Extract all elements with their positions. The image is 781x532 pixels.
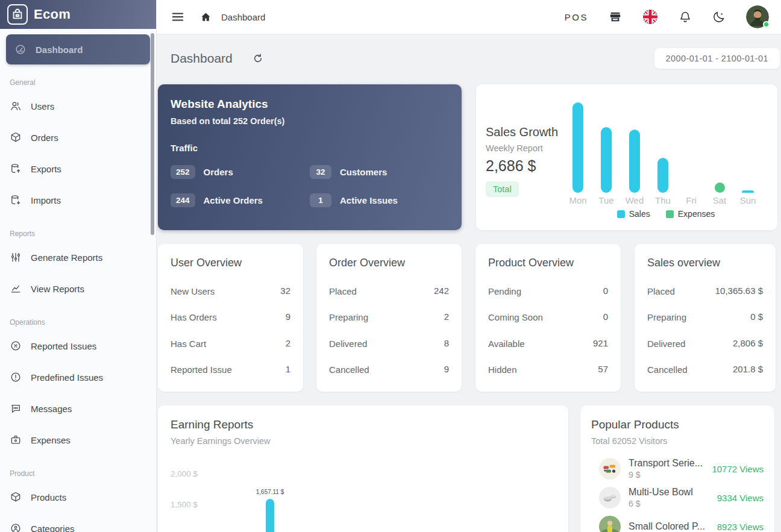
- sidebar-item-label: Generate Reports: [31, 252, 102, 263]
- sidebar-item-label: Imports: [31, 195, 61, 205]
- popular-products-title: Popular Products: [591, 418, 764, 431]
- sidebar-item-label: Categories: [31, 524, 75, 532]
- sidebar-item-label: Dashboard: [36, 45, 83, 55]
- language-flag-icon[interactable]: [642, 9, 658, 25]
- breadcrumb: Dashboard: [200, 11, 265, 23]
- row-value: 9: [444, 364, 449, 376]
- sidebar-item-users[interactable]: Users: [0, 90, 156, 122]
- row-label: Hidden: [488, 364, 517, 376]
- earning-bar: [266, 499, 274, 532]
- sales-growth-card: Sales Growth Weekly Report 2,686 $ Total…: [476, 84, 777, 230]
- generate-reports-icon: [10, 251, 22, 263]
- overview-row-item: Placed10,365.63 $: [647, 279, 763, 305]
- popular-products-list: Transport Serie...9 $10772 ViewsMulti-Us…: [591, 454, 764, 532]
- section-label: Operations: [0, 304, 156, 330]
- product-views: 8923 Views: [717, 522, 764, 532]
- stat-label: Orders: [204, 167, 233, 177]
- menu-toggle-icon[interactable]: [171, 10, 184, 23]
- sales-bar-mon: [572, 102, 583, 193]
- online-status-dot: [763, 21, 770, 28]
- refresh-icon[interactable]: [252, 52, 264, 64]
- row-label: Pending: [488, 286, 521, 298]
- row-value: 9: [286, 311, 290, 324]
- product-list-item[interactable]: Small Colored P...8923 Views: [591, 512, 764, 532]
- popular-products-card: Popular Products Total 62052 Visitors Tr…: [580, 405, 774, 532]
- topbar: Dashboard POS: [157, 0, 781, 34]
- row-label: Placed: [329, 286, 357, 298]
- sidebar-item-categories[interactable]: Categories: [0, 513, 156, 532]
- sidebar-item-reported-issues[interactable]: Reported Issues: [0, 330, 156, 361]
- analytics-stat: 252Orders: [171, 165, 310, 179]
- day-label: Thu: [649, 195, 677, 205]
- product-name: Transport Serie...: [629, 458, 703, 469]
- bar-value-label: 1,657.11 $: [243, 489, 297, 495]
- breadcrumb-label: Dashboard: [221, 12, 265, 22]
- storefront-icon[interactable]: [609, 10, 622, 23]
- home-icon[interactable]: [200, 11, 212, 23]
- row-label: Coming Soon: [488, 311, 543, 324]
- section-label: General: [0, 64, 156, 90]
- product-views: 10772 Views: [712, 464, 764, 474]
- sidebar-item-dashboard[interactable]: Dashboard: [6, 34, 150, 64]
- sidebar-item-messages[interactable]: Messages: [0, 393, 156, 424]
- product-list-item[interactable]: Multi-Use Bowl6 $9334 Views: [591, 483, 764, 512]
- stat-value-chip: 1: [310, 193, 331, 207]
- popular-products-subtitle: Total 62052 Visitors: [591, 436, 764, 446]
- exports-icon: [10, 163, 22, 175]
- expenses-icon: [10, 434, 22, 446]
- row-value: 8: [444, 338, 449, 350]
- sidebar-item-exports[interactable]: Exports: [0, 153, 156, 184]
- user-avatar[interactable]: [746, 5, 769, 28]
- row-value: 2: [444, 311, 449, 324]
- sidebar-item-predefined-issues[interactable]: Predefined Issues: [0, 361, 156, 393]
- sidebar-item-label: Messages: [31, 404, 72, 414]
- sidebar-item-generate-reports[interactable]: Generate Reports: [0, 242, 156, 273]
- product-name: Multi-Use Bowl: [629, 487, 693, 498]
- sales-bar-wed: [629, 130, 640, 193]
- sidebar-scrollbar[interactable]: [151, 33, 154, 235]
- pos-link[interactable]: POS: [565, 12, 588, 22]
- legend-swatch: [666, 210, 674, 218]
- analytics-stat: 32Customers: [310, 165, 449, 179]
- stat-label: Active Orders: [204, 195, 263, 205]
- bowl-product-image: [599, 487, 621, 509]
- row-label: Placed: [647, 286, 675, 298]
- y-axis-tick: 1,500 $: [171, 500, 198, 509]
- product-list-item[interactable]: Transport Serie...9 $10772 Views: [591, 454, 764, 483]
- sales-growth-chart: MonTueWedThuFriSatSunSalesExpenses: [476, 84, 777, 230]
- day-label: Sat: [706, 195, 733, 205]
- analytics-stat: 1Active Issues: [310, 193, 449, 207]
- stat-value-chip: 252: [171, 165, 195, 179]
- sidebar-item-imports[interactable]: Imports: [0, 184, 156, 216]
- card-title: Order Overview: [329, 257, 449, 269]
- analytics-stat: 244Active Orders: [171, 193, 310, 207]
- categories-icon: [10, 522, 22, 532]
- row-value: 201.8 $: [733, 364, 763, 376]
- chart-legend: SalesExpenses: [566, 209, 765, 219]
- date-range-picker[interactable]: 2000-01-01 - 2100-01-01: [654, 48, 780, 69]
- card-title: Sales overview: [647, 257, 763, 269]
- legend-swatch: [617, 210, 625, 218]
- overview-row-item: Preparing0 $: [647, 305, 763, 331]
- dark-mode-moon-icon[interactable]: [712, 10, 726, 23]
- sidebar-item-label: Reported Issues: [31, 341, 96, 351]
- sidebar-item-label: Predefined Issues: [31, 372, 103, 383]
- product-price: 6 $: [629, 499, 693, 509]
- row-label: Cancelled: [329, 364, 369, 376]
- sidebar-item-view-reports[interactable]: View Reports: [0, 273, 156, 304]
- overview-row-item: New Users32: [171, 279, 290, 305]
- doll-product-image: [599, 516, 621, 532]
- sidebar-item-orders[interactable]: Orders: [0, 122, 156, 153]
- sidebar-item-label: Exports: [31, 164, 61, 174]
- section-label: Reports: [0, 216, 156, 242]
- overview-row-item: Delivered8: [329, 331, 449, 357]
- product-overview-card: Product OverviewPending0Coming Soon0Avai…: [475, 244, 621, 392]
- y-axis-tick: 2,000 $: [171, 469, 198, 478]
- notifications-bell-icon[interactable]: [679, 10, 692, 23]
- row-label: Has Orders: [171, 311, 217, 324]
- sidebar-item-expenses[interactable]: Expenses: [0, 424, 156, 455]
- sidebar-item-products[interactable]: Products: [0, 481, 156, 513]
- overview-row-item: Available921: [488, 331, 608, 357]
- row-value: 1: [286, 364, 290, 376]
- overview-row-item: Coming Soon0: [488, 305, 608, 331]
